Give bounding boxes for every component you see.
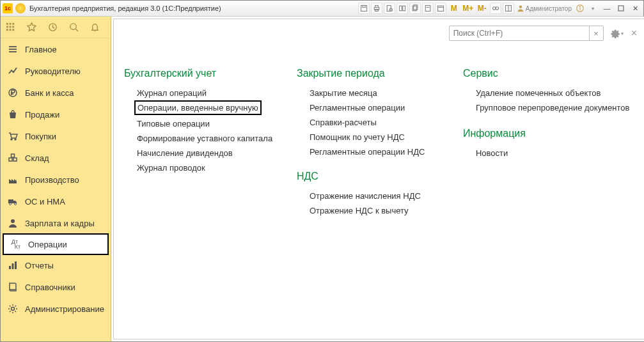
sidebar-top-toolbar bbox=[1, 17, 111, 38]
search-input[interactable] bbox=[449, 26, 590, 41]
svg-rect-43 bbox=[13, 158, 17, 161]
sidebar-item-reports[interactable]: Отчеты bbox=[1, 254, 111, 276]
svg-rect-30 bbox=[6, 29, 8, 31]
svg-rect-44 bbox=[12, 154, 15, 157]
svg-rect-0 bbox=[361, 6, 366, 12]
sidebar-item-label: Склад bbox=[25, 153, 49, 163]
user-label[interactable]: Администратор bbox=[517, 4, 572, 12]
search-clear-button[interactable]: × bbox=[590, 26, 604, 41]
main-panel: × ▾ × Бухгалтерский учет Журнал операций… bbox=[111, 17, 644, 341]
compare-icon[interactable] bbox=[397, 3, 408, 14]
trend-icon bbox=[7, 65, 19, 77]
sidebar-item-bank[interactable]: Банк и касса bbox=[1, 82, 111, 104]
gear-icon bbox=[7, 303, 19, 315]
save-icon[interactable] bbox=[358, 3, 370, 14]
sidebar-item-label: Производство bbox=[25, 175, 79, 185]
svg-rect-7 bbox=[399, 6, 402, 11]
info-icon[interactable] bbox=[574, 3, 586, 14]
sidebar-item-label: Руководителю bbox=[25, 66, 81, 76]
svg-point-46 bbox=[10, 203, 12, 205]
svg-point-40 bbox=[11, 139, 12, 140]
svg-rect-29 bbox=[12, 26, 14, 28]
svg-rect-32 bbox=[12, 29, 14, 31]
panel-icon[interactable] bbox=[503, 3, 514, 14]
calculator-icon[interactable] bbox=[422, 3, 434, 14]
sidebar-item-purchases[interactable]: Покупки bbox=[1, 125, 111, 147]
sidebar-item-assets[interactable]: ОС и НМА bbox=[1, 190, 111, 212]
apps-grid-icon[interactable] bbox=[6, 22, 15, 32]
bag-icon bbox=[7, 109, 19, 120]
sidebar-item-main[interactable]: Главное bbox=[1, 38, 111, 60]
close-panel-button[interactable]: × bbox=[631, 27, 637, 39]
svg-rect-13 bbox=[437, 6, 443, 11]
maximize-button[interactable] bbox=[615, 3, 627, 13]
sidebar-item-catalogs[interactable]: Справочники bbox=[1, 276, 111, 298]
sidebar-item-sales[interactable]: Продажи bbox=[1, 104, 111, 125]
svg-point-16 bbox=[496, 7, 499, 10]
svg-rect-49 bbox=[9, 266, 11, 269]
calendar-icon[interactable] bbox=[435, 3, 446, 14]
boxes-icon bbox=[7, 152, 19, 164]
sidebar-item-hr[interactable]: Зарплата и кадры bbox=[1, 212, 111, 234]
history-icon[interactable] bbox=[48, 22, 58, 32]
bell-icon[interactable] bbox=[90, 22, 100, 32]
memory-m-button[interactable]: M bbox=[448, 3, 460, 14]
dropdown-caret-icon[interactable]: ▾ bbox=[587, 3, 599, 14]
minimize-button[interactable]: — bbox=[601, 3, 613, 13]
svg-rect-50 bbox=[12, 263, 14, 269]
sidebar-item-label: Отчеты bbox=[25, 261, 54, 270]
copy-icon[interactable] bbox=[409, 3, 421, 14]
settings-gear-icon[interactable]: ▾ bbox=[609, 27, 624, 39]
sidebar-item-label: Продажи bbox=[25, 110, 59, 120]
titlebar-toolbar: M M+ M- Администратор ▾ — ✕ bbox=[357, 3, 641, 14]
svg-rect-23 bbox=[618, 6, 624, 11]
debit-credit-icon: Дт Кт bbox=[10, 238, 22, 250]
sidebar-item-admin[interactable]: Администрирование bbox=[1, 298, 111, 320]
sidebar-item-label: Покупки bbox=[25, 132, 56, 141]
sidebar-item-label: Банк и касса bbox=[25, 88, 74, 98]
book-icon bbox=[7, 281, 19, 293]
panel-frame bbox=[113, 19, 644, 339]
user-name: Администратор bbox=[526, 5, 572, 12]
app-logo-icon: 1c bbox=[3, 3, 13, 13]
sidebar-item-manager[interactable]: Руководителю bbox=[1, 60, 111, 82]
cart-icon bbox=[7, 130, 19, 142]
sidebar-item-label: Операции bbox=[28, 240, 67, 249]
svg-line-35 bbox=[75, 29, 78, 31]
sidebar-item-production[interactable]: Производство bbox=[1, 169, 111, 190]
ruble-icon bbox=[7, 87, 19, 98]
sidebar-item-operations[interactable]: Дт Кт Операции bbox=[3, 233, 109, 255]
truck-icon bbox=[7, 196, 19, 207]
sidebar-item-label: ОС и НМА bbox=[25, 197, 65, 206]
svg-rect-3 bbox=[375, 6, 379, 8]
preview-icon[interactable] bbox=[384, 3, 395, 14]
svg-rect-4 bbox=[375, 10, 379, 12]
svg-rect-27 bbox=[6, 26, 8, 28]
svg-rect-51 bbox=[15, 261, 17, 269]
memory-mminus-button[interactable]: M- bbox=[476, 3, 489, 14]
sidebar: Главное Руководителю Банк и касса Продаж… bbox=[1, 17, 111, 341]
svg-point-15 bbox=[492, 7, 496, 10]
search-icon[interactable] bbox=[69, 22, 79, 32]
print-icon[interactable] bbox=[371, 3, 382, 14]
svg-rect-45 bbox=[8, 199, 13, 203]
svg-point-34 bbox=[70, 24, 76, 29]
sidebar-item-label: Главное bbox=[25, 45, 57, 54]
svg-rect-25 bbox=[10, 23, 12, 25]
nav-dropdown-icon[interactable] bbox=[15, 3, 26, 13]
svg-point-47 bbox=[15, 203, 17, 205]
star-icon[interactable] bbox=[27, 22, 36, 32]
memory-mplus-button[interactable]: M+ bbox=[462, 3, 475, 14]
sidebar-item-label: Администрирование bbox=[25, 304, 104, 314]
app-window: 1c Бухгалтерия предприятия, редакция 3.0… bbox=[0, 0, 644, 342]
link-icon[interactable] bbox=[490, 3, 501, 14]
close-button[interactable]: ✕ bbox=[629, 3, 641, 13]
svg-rect-1 bbox=[363, 6, 366, 8]
svg-point-19 bbox=[519, 6, 522, 9]
svg-rect-24 bbox=[6, 23, 8, 25]
sidebar-item-warehouse[interactable]: Склад bbox=[1, 147, 111, 169]
svg-rect-28 bbox=[10, 26, 12, 28]
person-icon bbox=[7, 217, 19, 229]
factory-icon bbox=[7, 174, 19, 185]
svg-point-53 bbox=[12, 307, 15, 311]
